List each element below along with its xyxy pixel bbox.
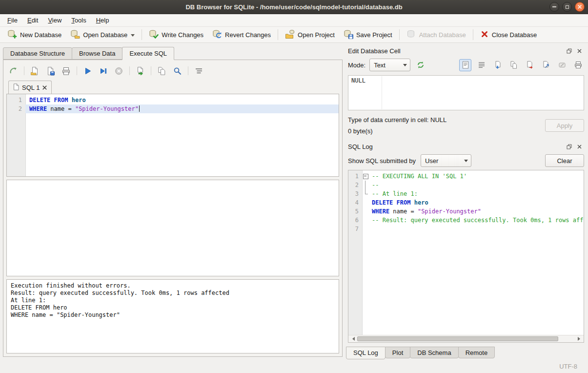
code-token [411, 199, 414, 206]
mode-select[interactable]: Text [369, 59, 410, 71]
open-external-button[interactable] [540, 59, 552, 71]
scroll-left-icon[interactable] [348, 335, 356, 342]
set-null-button[interactable] [556, 59, 568, 71]
sql-tab-bar: SQL 1 [6, 80, 339, 94]
word-wrap-icon [477, 61, 486, 69]
sql-log-frame: 1-- EXECUTING ALL IN 'SQL 1'2--3-- At li… [348, 170, 584, 343]
find-replace-button[interactable] [171, 65, 183, 77]
export-cell-button[interactable] [524, 59, 536, 71]
new-tab-button[interactable] [7, 65, 20, 77]
scrollbar-thumb[interactable] [357, 336, 558, 341]
code-text: -- EXECUTING ALL IN 'SQL 1' [369, 172, 584, 181]
print-cell-button[interactable] [572, 59, 584, 71]
revert-changes-icon [212, 29, 222, 41]
float-dock-icon[interactable] [566, 144, 572, 150]
new-database-icon [7, 29, 17, 41]
new-database-button[interactable]: New Database [3, 28, 66, 42]
auto-switch-button[interactable] [414, 59, 426, 71]
import-cell-button[interactable] [491, 59, 504, 71]
open-sql-file-button[interactable] [29, 65, 41, 77]
revert-changes-button[interactable]: Revert Changes [208, 28, 275, 42]
save-sql-file-button[interactable] [44, 65, 57, 77]
save-as-view-button[interactable] [156, 65, 168, 77]
apply-button[interactable]: Apply [545, 119, 584, 132]
dock-controls [566, 144, 583, 150]
tab-plot[interactable]: Plot [385, 347, 410, 358]
menu-view[interactable]: View [43, 14, 66, 26]
code-line: 6-- Result: query executed successfully.… [348, 216, 584, 225]
minimize-icon[interactable] [549, 2, 559, 12]
menu-help[interactable]: Help [91, 14, 114, 26]
execute-all-icon [83, 66, 92, 76]
toolbar-button-label: New Database [20, 31, 61, 39]
tab-sql-log[interactable]: SQL Log [346, 347, 385, 359]
line-number: 2 [348, 181, 362, 189]
tab-database-structure[interactable]: Database Structure [3, 47, 72, 60]
stop-button[interactable] [113, 65, 125, 77]
menu-tools[interactable]: Tools [66, 14, 91, 26]
fold-collapse-icon[interactable] [362, 172, 369, 181]
word-wrap-button[interactable] [475, 59, 487, 71]
maximize-icon[interactable] [562, 2, 572, 12]
execute-line-button[interactable] [97, 65, 109, 77]
tab-db-schema[interactable]: DB Schema [410, 347, 458, 358]
print-icon [574, 61, 583, 69]
write-changes-icon [149, 29, 159, 41]
open-database-button[interactable]: Open Database [66, 28, 139, 42]
tab-sql-1[interactable]: SQL 1 [8, 81, 52, 94]
sql-tab-label: SQL 1 [22, 84, 40, 91]
float-dock-icon[interactable] [566, 48, 572, 54]
menu-edit[interactable]: Edit [22, 14, 43, 26]
mode-label: Mode: [348, 62, 365, 69]
log-horizontal-scrollbar[interactable] [348, 335, 584, 342]
tab-browse-data[interactable]: Browse Data [72, 47, 122, 60]
tab-remote[interactable]: Remote [458, 347, 495, 358]
execute-all-button[interactable] [81, 65, 94, 77]
code-line: 2WHERE name = "Spider-Youngster" [7, 104, 339, 113]
attach-database-button[interactable]: Attach Database [402, 28, 470, 42]
edit-cell-title: Edit Database Cell [348, 47, 566, 55]
close-database-button[interactable]: Close Database [476, 28, 542, 41]
copy-cell-button[interactable] [507, 59, 520, 71]
sql-log-view[interactable]: 1-- EXECUTING ALL IN 'SQL 1'2--3-- At li… [348, 170, 584, 335]
chevron-down-icon [464, 160, 468, 164]
print-button[interactable] [60, 65, 72, 77]
close-tab-icon[interactable] [42, 84, 47, 91]
scroll-right-icon[interactable] [576, 335, 584, 342]
sql-editor[interactable]: 1DELETE FROM hero2WHERE name = "Spider-Y… [6, 94, 339, 177]
code-line: 2-- [348, 181, 584, 189]
code-token: WHERE [29, 105, 47, 112]
clear-button[interactable]: Clear [545, 154, 584, 167]
titlebar[interactable]: DB Browser for SQLite - /home/user/code/… [0, 0, 588, 14]
results-grid [6, 180, 339, 276]
toolbar-separator [129, 66, 130, 75]
format-sql-button[interactable] [193, 65, 205, 77]
fold-guide [362, 207, 369, 216]
scrollbar-track[interactable] [356, 335, 576, 342]
fold-guide [362, 198, 369, 207]
chevron-down-icon[interactable] [131, 34, 135, 39]
toolbar-separator [151, 66, 151, 75]
execute-sql-pane: SQL 1 1DELETE FROM hero2WHERE name = "Sp… [3, 60, 343, 357]
close-dock-icon[interactable] [576, 48, 583, 54]
messages-text: Execution finished without errors. Resul… [11, 282, 335, 319]
tab-execute-sql[interactable]: Execute SQL [122, 47, 174, 60]
execution-messages[interactable]: Execution finished without errors. Resul… [6, 279, 339, 353]
open-project-icon [285, 29, 295, 41]
close-icon[interactable] [575, 2, 585, 12]
save-project-button[interactable]: Save Project [339, 28, 397, 42]
toolbar-button-label: Open Database [83, 31, 127, 39]
import-cell-icon [493, 61, 502, 69]
menu-file[interactable]: File [2, 14, 22, 26]
cell-value-editor[interactable]: NULL [348, 75, 584, 110]
submitted-by-select[interactable]: User [421, 154, 471, 167]
write-changes-button[interactable]: Write Changes [144, 28, 208, 42]
export-csv-icon [136, 66, 145, 76]
export-csv-button[interactable] [134, 65, 146, 77]
text-mode-button[interactable] [459, 59, 471, 71]
code-token: -- EXECUTING ALL IN 'SQL 1' [372, 173, 467, 180]
toolbar-separator [188, 66, 188, 75]
open-project-button[interactable]: Open Project [281, 28, 339, 42]
close-dock-icon[interactable] [576, 144, 583, 150]
left-panel: Database Structure Browse Data Execute S… [0, 43, 343, 360]
